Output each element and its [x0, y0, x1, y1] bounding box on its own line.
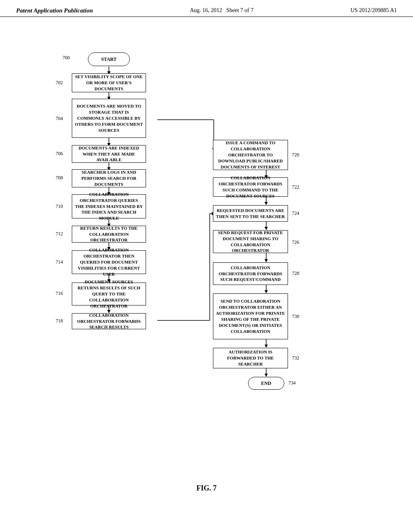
svg-marker-27: [265, 290, 268, 293]
label-728: 728: [292, 270, 299, 276]
header-mid: Aug. 16, 2012 Sheet 7 of 7: [190, 7, 254, 14]
label-704: 704: [56, 116, 63, 122]
box-end: END: [248, 377, 284, 390]
label-722: 722: [292, 184, 299, 190]
box-710: COLLABORATION ORCHESTRATOR QUERIES THE I…: [72, 194, 146, 218]
label-716: 716: [56, 291, 63, 297]
label-726: 726: [292, 239, 299, 245]
label-710: 710: [56, 204, 63, 210]
label-700: 700: [63, 55, 70, 61]
box-716: DOCUMENT SOURCES RETURNS RESULTS OF SUCH…: [72, 283, 146, 305]
label-730: 730: [292, 314, 299, 320]
label-702: 702: [56, 80, 63, 86]
box-726: SEND REQUEST FOR PRIVATE DOCUMENT SHARIN…: [213, 230, 288, 253]
label-714: 714: [56, 259, 63, 265]
box-704: DOCUMENTS ARE MOVED TO STORAGE THAT IS C…: [72, 99, 146, 138]
box-712: RETURN RESULTS TO THE COLLABORATION ORCH…: [72, 226, 146, 243]
label-724: 724: [292, 210, 299, 216]
box-730: SEND TO COLLABORATION ORCHESTRATOR EITHE…: [213, 293, 288, 339]
box-708: SEARCHER LOGS IN AND PERFORMS SEARCH FOR…: [72, 169, 146, 187]
box-706: DOCUMENTS ARE INDEXED WHEN THEY ARE MADE…: [72, 145, 146, 163]
svg-marker-31: [265, 374, 268, 377]
box-732: AUTHORIZATION IS FORWARDED TO THE SEARCH…: [213, 348, 288, 368]
box-702: SET VISIBILITY SCOPE OF ONE OR MORE OF U…: [72, 73, 146, 92]
box-start: START: [88, 52, 130, 66]
header-right: US 2012/209885 A1: [350, 7, 397, 14]
fig-label: FIG. 7: [196, 484, 217, 493]
box-724: REQUESTED DOCUMENTS ARE THEN SENT TO THE…: [213, 205, 288, 222]
header-left: Patent Application Publication: [16, 7, 93, 14]
box-714: COLLABORATION ORCHESTRATOR THEN QUERIES …: [72, 250, 146, 274]
box-722: COLLABORATION ORCHESTRATOR FORWARDS SUCH…: [213, 177, 288, 197]
svg-marker-25: [265, 259, 268, 262]
page-header: Patent Application Publication Aug. 16, …: [0, 0, 413, 17]
label-720: 720: [292, 152, 299, 158]
box-718: COLLABORATION ORCHESTRATOR FORWARDS SEAR…: [72, 313, 146, 329]
svg-marker-21: [265, 202, 268, 205]
label-712: 712: [56, 231, 63, 237]
box-720: ISSUE A COMMAND TO COLLABORATION ORCHEST…: [213, 140, 288, 170]
diagram-area: START 700 SET VISIBILITY SCOPE OF ONE OR…: [0, 21, 413, 505]
box-728: COLLABORATION ORCHESTRATOR FORWARDS SUCH…: [213, 262, 288, 285]
label-718: 718: [56, 318, 63, 324]
label-708: 708: [56, 175, 63, 181]
label-732: 732: [292, 355, 299, 361]
label-706: 706: [56, 151, 63, 157]
label-end: 734: [288, 380, 296, 386]
svg-marker-29: [265, 345, 268, 348]
